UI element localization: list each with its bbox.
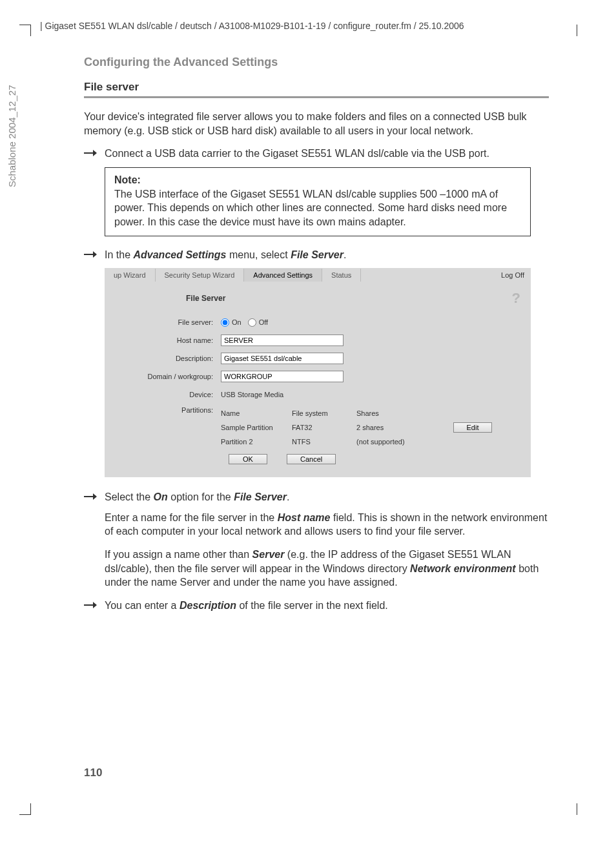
device-value: USB Storage Media — [221, 391, 518, 398]
radio-on-input[interactable] — [221, 318, 229, 327]
partitions-label: Partitions: — [118, 406, 221, 414]
host-label: Host name: — [118, 336, 221, 344]
note-body: The USB interface of the Gigaset SE551 W… — [114, 187, 521, 229]
svg-marker-3 — [93, 251, 97, 258]
cell-name: Partition 2 — [221, 438, 292, 446]
tab-security-wizard[interactable]: Security Setup Wizard — [156, 269, 245, 282]
file-server-label: File server: — [118, 318, 221, 326]
step-text: You can enter a Description of the file … — [105, 599, 388, 613]
help-icon[interactable]: ? — [512, 290, 520, 307]
logoff-link[interactable]: Log Off — [495, 269, 531, 282]
step-text: Connect a USB data carrier to the Gigase… — [105, 147, 489, 161]
th-shares: Shares — [356, 409, 440, 417]
svg-marker-5 — [93, 493, 97, 500]
th-name: Name — [221, 409, 292, 417]
router-ui-screenshot: up Wizard Security Setup Wizard Advanced… — [105, 268, 531, 477]
arrow-icon — [84, 251, 98, 258]
radio-on[interactable]: On — [221, 318, 241, 327]
device-label: Device: — [118, 391, 221, 398]
arrow-icon — [84, 493, 98, 500]
note-title: Note: — [114, 174, 521, 186]
desc-label: Description: — [118, 355, 221, 362]
table-row: Partition 2 NTFS (not supported) — [221, 435, 518, 449]
desc-input[interactable] — [221, 353, 344, 364]
cell-shares: 2 shares — [356, 424, 440, 431]
cell-shares: (not supported) — [356, 438, 440, 446]
cell-name: Sample Partition — [221, 424, 292, 431]
host-input[interactable] — [221, 335, 344, 346]
doc-header: | Gigaset SE551 WLAN dsl/cable / deutsch… — [40, 21, 464, 31]
cell-fs: FAT32 — [292, 424, 356, 431]
tab-basic-wizard[interactable]: up Wizard — [105, 269, 156, 282]
tab-advanced-settings[interactable]: Advanced Settings — [244, 269, 322, 282]
step-text: Select the On option for the File Server… — [105, 490, 289, 504]
ok-button[interactable]: OK — [229, 454, 267, 464]
intro-paragraph: Your device's integrated file server all… — [84, 110, 549, 138]
step-text: In the Advanced Settings menu, select Fi… — [105, 248, 346, 262]
cell-fs: NTFS — [292, 438, 356, 446]
cancel-button[interactable]: Cancel — [287, 454, 336, 464]
th-fs: File system — [292, 409, 356, 417]
arrow-icon — [84, 601, 98, 609]
page-number: 110 — [84, 767, 102, 779]
note-box: Note: The USB interface of the Gigaset S… — [105, 167, 531, 236]
subsection-title: File server — [84, 81, 549, 94]
svg-marker-7 — [93, 602, 97, 608]
table-row: Sample Partition FAT32 2 shares Edit — [221, 420, 518, 435]
radio-off-input[interactable] — [248, 318, 256, 327]
template-stamp: Schablone 2004_12_27 — [6, 85, 17, 187]
arrow-icon — [84, 149, 98, 157]
domain-label: Domain / workgroup: — [118, 373, 221, 380]
panel-title: File Server — [186, 294, 518, 303]
domain-input[interactable] — [221, 371, 344, 382]
divider — [84, 96, 549, 98]
section-title: Configuring the Advanced Settings — [84, 56, 549, 69]
tab-status[interactable]: Status — [322, 269, 361, 282]
radio-off[interactable]: Off — [248, 318, 268, 327]
paragraph: If you assign a name other than Server (… — [105, 548, 549, 590]
svg-marker-1 — [93, 150, 97, 156]
paragraph: Enter a name for the file server in the … — [105, 511, 549, 539]
edit-button[interactable]: Edit — [453, 422, 493, 433]
